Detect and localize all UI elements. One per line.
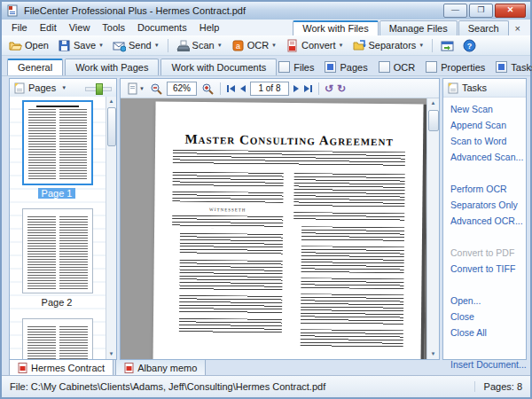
ocr-checkbox[interactable] <box>379 61 390 73</box>
previous-page-button[interactable] <box>239 84 246 93</box>
tab-manage-files[interactable]: Manage Files <box>379 20 458 35</box>
separators-dropdown-icon[interactable]: ▼ <box>419 43 424 48</box>
viewer-scrollbar[interactable]: ▲ ▼ <box>426 98 439 359</box>
convert-dropdown-icon[interactable]: ▼ <box>339 43 344 48</box>
task-scan-to-word[interactable]: Scan to Word <box>443 133 526 149</box>
tab-work-with-files[interactable]: Work with Files <box>293 20 378 35</box>
open-button[interactable]: Open <box>5 38 52 53</box>
menu-file[interactable]: File <box>5 20 34 35</box>
toolbar-separator <box>168 39 168 52</box>
page-indicator-field[interactable]: 1 of 8 <box>250 82 289 96</box>
main-toolbar: Open Save ▼ Send ▼ Scan ▼ a OCR ▼ Conver… <box>2 35 530 56</box>
rotate-right-icon[interactable]: ↻ <box>337 83 346 94</box>
menu-edit[interactable]: Edit <box>34 20 63 35</box>
thumbnail-page-3[interactable] <box>22 318 93 359</box>
pages-dropdown-icon[interactable]: ▼ <box>61 85 66 90</box>
pages-checkbox[interactable] <box>325 61 336 73</box>
menu-documents[interactable]: Documents <box>131 20 193 35</box>
minimize-button[interactable]: — <box>443 4 467 18</box>
separators-button[interactable]: Separators ▼ <box>349 38 428 53</box>
tasks-list: New Scan Append Scan Scan to Word Advanc… <box>443 98 526 376</box>
files-checkbox[interactable] <box>278 61 290 73</box>
task-append-scan[interactable]: Append Scan <box>443 117 526 133</box>
next-page-button[interactable] <box>293 84 300 93</box>
note-icon <box>14 82 25 94</box>
toggle-tasks[interactable]: Tasks <box>496 61 532 73</box>
task-advanced-ocr[interactable]: Advanced OCR... <box>443 213 526 229</box>
help-button[interactable]: ? <box>459 38 480 53</box>
thumbnail-scrollbar[interactable]: ▲ ▼ <box>106 97 116 359</box>
tab-search[interactable]: Search <box>458 20 509 35</box>
send-button[interactable]: Send ▼ <box>109 38 163 53</box>
menu-tools[interactable]: Tools <box>96 20 131 35</box>
paragraph-placeholder <box>172 192 283 203</box>
scroll-up-icon[interactable]: ▲ <box>427 98 439 108</box>
scanner-icon <box>176 39 190 52</box>
help-icon: ? <box>463 39 476 52</box>
tab-work-with-documents[interactable]: Work with Documents <box>160 59 277 75</box>
tasks-checkbox[interactable] <box>496 61 507 73</box>
thumbnail-label-page-1[interactable]: Page 1 <box>10 188 104 199</box>
slider-thumb[interactable] <box>96 83 103 95</box>
task-close[interactable]: Close <box>443 309 526 325</box>
close-button[interactable]: ✕ <box>495 4 526 18</box>
zoom-out-button[interactable] <box>149 82 163 96</box>
convert-button[interactable]: Convert ▼ <box>282 38 347 53</box>
scroll-down-icon[interactable]: ▼ <box>106 349 116 359</box>
maximize-button[interactable]: ❐ <box>469 4 493 18</box>
scroll-up-icon[interactable]: ▲ <box>106 97 116 106</box>
scrollbar-thumb[interactable] <box>428 110 439 131</box>
paragraph-placeholder <box>301 278 403 289</box>
app-icon <box>6 4 20 18</box>
ocr-icon: a <box>231 39 245 52</box>
task-separators-only[interactable]: Separators Only <box>443 197 526 213</box>
task-new-scan[interactable]: New Scan <box>443 101 526 117</box>
toolbar-separator <box>432 39 433 52</box>
first-page-button[interactable] <box>226 84 236 93</box>
toggle-pages[interactable]: Pages <box>325 61 367 73</box>
tab-general[interactable]: General <box>7 59 63 75</box>
scan-button[interactable]: Scan ▼ <box>173 38 226 53</box>
thumbnail-page-2[interactable] <box>22 208 93 293</box>
toggle-ocr[interactable]: OCR <box>379 61 415 73</box>
thumbnail-label-page-2[interactable]: Page 2 <box>10 297 104 308</box>
scroll-down-icon[interactable]: ▼ <box>427 349 439 359</box>
note-icon <box>448 82 458 94</box>
tasks-panel-title: Tasks <box>462 82 487 93</box>
task-convert-to-pdf[interactable]: Convert to PDF <box>443 245 526 261</box>
zoom-in-button[interactable] <box>200 82 215 96</box>
ocr-button[interactable]: a OCR ▼ <box>228 38 280 53</box>
task-convert-to-tiff[interactable]: Convert to TIFF <box>443 261 526 277</box>
tab-work-with-pages[interactable]: Work with Pages <box>65 59 159 75</box>
thumbnail-size-slider[interactable] <box>85 83 112 93</box>
rotate-left-icon[interactable]: ↺ <box>325 83 333 94</box>
scrollbar-thumb[interactable] <box>107 107 116 146</box>
task-perform-ocr[interactable]: Perform OCR <box>443 181 526 197</box>
send-mail-icon <box>113 39 126 52</box>
thumbnail-page-1[interactable] <box>22 100 93 185</box>
tabstrip-close-icon[interactable]: × <box>510 21 526 35</box>
save-button[interactable]: Save ▼ <box>54 38 107 53</box>
send-dropdown-icon[interactable]: ▼ <box>154 43 160 48</box>
paragraph-placeholder <box>301 293 403 325</box>
ocr-dropdown-icon[interactable]: ▼ <box>271 43 277 48</box>
fit-dropdown-icon[interactable]: ▼ <box>139 86 145 91</box>
last-page-button[interactable] <box>303 84 313 93</box>
paragraph-placeholder <box>180 233 283 255</box>
toggle-files[interactable]: Files <box>278 61 314 73</box>
task-insert-document[interactable]: Insert Document... <box>443 356 526 372</box>
toggle-properties[interactable]: Properties <box>426 61 485 73</box>
document-heading: WITNESSETH <box>172 207 283 213</box>
fit-page-button[interactable]: ▼ <box>126 82 145 96</box>
task-advanced-scan[interactable]: Advanced Scan... <box>443 149 526 165</box>
save-dropdown-icon[interactable]: ▼ <box>98 43 104 48</box>
options-button[interactable] <box>437 38 458 53</box>
menu-view[interactable]: View <box>63 20 97 35</box>
pages-panel: Pages ▼ Page 1 Page 2 ▲ ▼ <box>9 78 117 360</box>
menu-help[interactable]: Help <box>193 20 226 35</box>
task-open[interactable]: Open... <box>443 293 526 309</box>
scan-dropdown-icon[interactable]: ▼ <box>217 43 223 48</box>
task-close-all[interactable]: Close All <box>443 325 526 340</box>
properties-checkbox[interactable] <box>426 61 437 73</box>
zoom-level-field[interactable]: 62% <box>167 82 197 96</box>
